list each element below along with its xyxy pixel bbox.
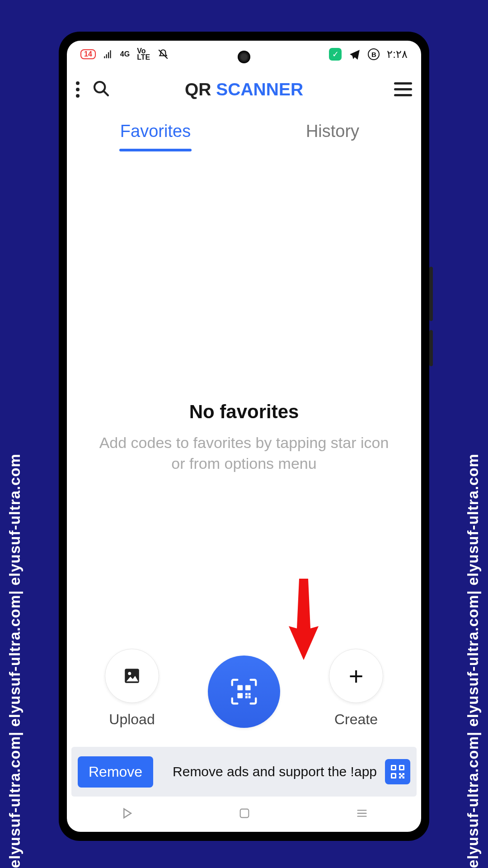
- qr-scan-icon: [228, 676, 260, 708]
- bottom-actions: Upload +: [67, 649, 421, 728]
- tabs-row: Favorites History: [67, 111, 421, 151]
- app-header: QR SCANNER: [67, 68, 421, 111]
- watermark-left: elyusuf-ultra.com| elyusuf-ultra.com| el…: [6, 0, 23, 868]
- svg-rect-4: [237, 685, 243, 690]
- menu-button[interactable]: [394, 82, 412, 96]
- svg-rect-14: [400, 766, 403, 769]
- telegram-icon: [349, 48, 361, 60]
- upload-label: Upload: [109, 711, 155, 728]
- scan-button-circle[interactable]: [208, 656, 280, 728]
- svg-rect-8: [248, 696, 250, 698]
- svg-rect-9: [245, 696, 248, 698]
- nav-recents-button[interactable]: [355, 806, 369, 822]
- empty-state: No favorites Add codes to favorites by t…: [67, 151, 421, 832]
- badge-b-icon: B: [368, 48, 380, 60]
- front-camera: [238, 51, 250, 63]
- empty-title: No favorites: [189, 401, 299, 423]
- svg-line-1: [103, 91, 108, 95]
- volte-label: Vo LTE: [137, 48, 150, 60]
- image-icon: [122, 666, 141, 685]
- signal-icon: [103, 49, 113, 59]
- app-notification-icon: ✓: [329, 48, 342, 61]
- search-button[interactable]: [92, 80, 110, 99]
- tab-history[interactable]: History: [244, 111, 421, 151]
- phone-side-button: [429, 330, 433, 366]
- watermark-right: elyusuf-ultra.com| elyusuf-ultra.com| el…: [465, 0, 482, 868]
- phone-frame: 14 4G Vo LTE ✓ B ٢:٢٨: [59, 32, 429, 841]
- svg-rect-22: [240, 809, 249, 818]
- app-title-part1: QR: [185, 80, 216, 99]
- system-nav-bar: [67, 797, 421, 832]
- svg-rect-21: [401, 775, 403, 777]
- create-action[interactable]: + Create: [329, 649, 383, 728]
- nav-home-button[interactable]: [238, 807, 251, 821]
- mute-icon: [157, 48, 169, 60]
- scan-action[interactable]: [208, 656, 280, 728]
- battery-icon: 14: [80, 49, 96, 59]
- svg-point-3: [128, 672, 131, 675]
- empty-subtitle: Add codes to favorites by tapping star i…: [94, 433, 394, 474]
- tab-favorites[interactable]: Favorites: [67, 111, 244, 151]
- ad-qr-icon: [385, 759, 410, 784]
- svg-rect-12: [392, 766, 395, 769]
- upload-button-circle[interactable]: [105, 649, 159, 703]
- network-4g-label: 4G: [120, 50, 130, 58]
- app-title: QR SCANNER: [185, 80, 303, 99]
- svg-rect-7: [245, 693, 248, 695]
- nav-back-button[interactable]: [119, 806, 134, 823]
- create-label: Create: [334, 711, 378, 728]
- svg-rect-6: [237, 693, 243, 698]
- phone-screen: 14 4G Vo LTE ✓ B ٢:٢٨: [67, 41, 421, 832]
- status-clock: ٢:٢٨: [387, 48, 408, 61]
- ad-banner-text: Remove ads and support the !app: [161, 763, 377, 780]
- ad-banner: Remove Remove ads and support the !app: [71, 747, 417, 797]
- svg-rect-5: [245, 685, 251, 690]
- create-button-circle[interactable]: +: [329, 649, 383, 703]
- plus-icon: +: [349, 661, 364, 691]
- more-options-button[interactable]: [76, 81, 80, 98]
- remove-ads-button[interactable]: Remove: [78, 756, 153, 788]
- phone-side-button: [429, 267, 433, 321]
- upload-action[interactable]: Upload: [105, 649, 159, 728]
- app-title-part2: SCANNER: [216, 80, 303, 99]
- svg-rect-10: [248, 693, 250, 695]
- svg-rect-16: [392, 774, 395, 777]
